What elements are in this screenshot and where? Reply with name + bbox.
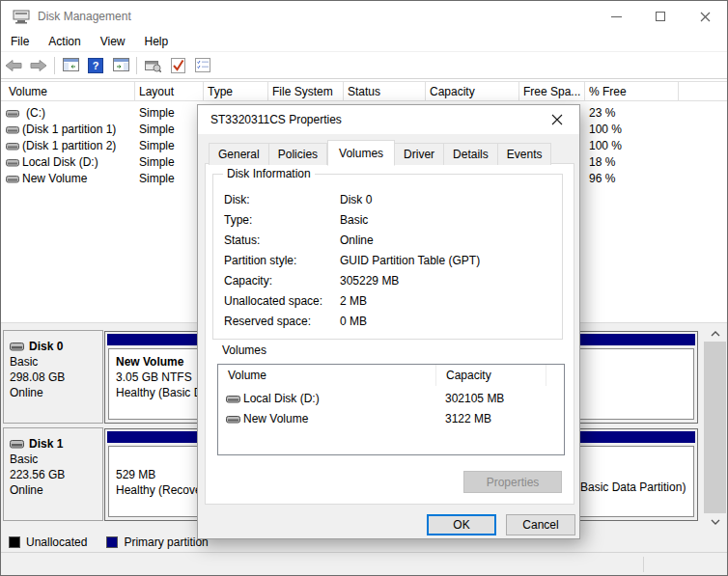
disk0-panel[interactable]: Disk 0 Basic 298.08 GB Online: [3, 330, 103, 424]
minimize-icon: [611, 16, 622, 17]
disk1-panel[interactable]: Disk 1 Basic 223.56 GB Online: [3, 427, 103, 521]
unallocated-swatch: [9, 536, 20, 548]
menu-action[interactable]: Action: [39, 33, 90, 50]
status-bar: [1, 552, 727, 576]
field-label: Disk:: [224, 192, 250, 207]
column-volume[interactable]: Volume: [218, 365, 436, 386]
volume-name: (Disk 1 partition 1): [22, 122, 116, 138]
back-button[interactable]: [1, 54, 26, 77]
column-layout[interactable]: Layout: [135, 82, 204, 101]
help-icon: ?: [88, 58, 103, 73]
vertical-scrollbar[interactable]: [704, 325, 726, 530]
dialog-tabs: General Policies Volumes Driver Details …: [209, 143, 551, 165]
tab-details[interactable]: Details: [444, 143, 498, 165]
column-status[interactable]: Status: [344, 82, 426, 101]
dialog-close-button[interactable]: [539, 105, 575, 133]
properties-button: Properties: [463, 471, 562, 493]
partition-status-truncated: Basic Data Partition): [580, 480, 686, 495]
dialog-volume-row[interactable]: Local Disk (D:) 302105 MB: [218, 389, 564, 408]
tab-volumes[interactable]: Volumes: [327, 140, 395, 166]
column-type[interactable]: Type: [204, 82, 268, 101]
field-disk: Disk: Disk 0: [198, 192, 579, 207]
title-bar: Disk Management: [1, 1, 727, 32]
menu-bar: File Action View Help: [1, 32, 727, 52]
field-value: 0 MB: [340, 314, 367, 329]
properties-dialog: ST3320311CS Properties General Policies …: [197, 104, 580, 539]
tab-policies[interactable]: Policies: [269, 143, 327, 165]
properties-toolbar-button[interactable]: [190, 54, 215, 77]
tab-general[interactable]: General: [209, 143, 269, 165]
column-file-system[interactable]: File System: [268, 82, 344, 101]
disk-information-label: Disk Information: [223, 167, 315, 180]
maximize-icon: [656, 12, 665, 21]
scrollbar-thumb[interactable]: [704, 342, 726, 513]
scroll-down-button[interactable]: [704, 513, 726, 530]
maximize-button[interactable]: [638, 1, 683, 32]
toolbar-separator: [136, 57, 137, 74]
volume-layout: Simple: [139, 171, 175, 187]
popup-window-button[interactable]: [140, 54, 165, 77]
field-label: Reserved space:: [224, 314, 311, 329]
ok-button[interactable]: OK: [427, 514, 496, 535]
volume-pct-free: 100 %: [589, 138, 622, 154]
field-partition-style: Partition style: GUID Partition Table (G…: [198, 253, 579, 268]
disk-management-window: Disk Management File Action View Help: [0, 0, 728, 576]
chevron-down-icon: [711, 519, 720, 525]
dialog-volumes-list: Volume Capacity Local Disk (D:) 302105 M…: [217, 364, 565, 455]
legend-primary-label: Primary partition: [124, 535, 208, 549]
volume-name: (C:): [26, 105, 45, 122]
field-label: Unallocated space:: [224, 293, 322, 309]
volume-pct-free: 23 %: [589, 105, 615, 122]
disk-size: 223.56 GB: [10, 467, 102, 482]
drive-icon: [226, 396, 240, 403]
field-value: Basic: [340, 212, 368, 228]
column-pct-free[interactable]: % Free: [585, 82, 679, 101]
volume-layout: Simple: [139, 122, 175, 138]
check-disk-button[interactable]: [165, 54, 190, 77]
menu-file[interactable]: File: [1, 33, 39, 50]
close-icon: [551, 114, 563, 125]
cancel-button[interactable]: Cancel: [506, 514, 575, 535]
scroll-up-button[interactable]: [704, 325, 726, 342]
svg-text:?: ?: [93, 60, 99, 71]
field-unallocated-space: Unallocated space: 2 MB: [198, 293, 579, 309]
tab-events[interactable]: Events: [498, 143, 552, 165]
close-button[interactable]: [683, 1, 727, 32]
field-status: Status: Online: [198, 233, 579, 248]
disk-status: Online: [10, 482, 102, 498]
volume-pct-free: 96 %: [589, 171, 615, 187]
volume-name: Local Disk (D:): [22, 154, 98, 171]
volume-name: New Volume: [22, 171, 87, 187]
toolbar-separator: [54, 57, 55, 74]
show-console-tree-button[interactable]: [58, 54, 83, 77]
field-type: Type: Basic: [198, 212, 579, 228]
popup-window-icon: [145, 59, 161, 72]
forward-button[interactable]: [26, 54, 51, 77]
drive-icon: [6, 143, 19, 151]
field-label: Type:: [224, 212, 252, 228]
minimize-button[interactable]: [594, 1, 638, 32]
action-pane-icon: [113, 58, 129, 72]
dialog-title-bar: ST3320311CS Properties: [198, 105, 579, 134]
field-value: Disk 0: [340, 192, 372, 207]
drive-icon: [6, 159, 19, 167]
chevron-up-icon: [711, 331, 720, 337]
disk-icon: [10, 343, 24, 351]
column-free-space[interactable]: Free Spa...: [519, 82, 585, 101]
column-capacity[interactable]: Capacity: [426, 82, 519, 101]
column-capacity[interactable]: Capacity: [436, 365, 546, 386]
volume-layout: Simple: [139, 154, 175, 171]
volume-name: (Disk 1 partition 2): [22, 138, 116, 154]
legend-unallocated-label: Unallocated: [26, 535, 87, 549]
volume-list-header: Volume Layout Type File System Status Ca…: [1, 81, 728, 101]
show-action-pane-button[interactable]: [108, 54, 133, 77]
dialog-volume-row[interactable]: New Volume 3122 MB: [218, 409, 564, 428]
help-button[interactable]: ?: [83, 54, 108, 77]
status-bar-divider: [643, 557, 644, 572]
menu-view[interactable]: View: [91, 33, 135, 50]
menu-help[interactable]: Help: [135, 33, 179, 50]
field-capacity: Capacity: 305229 MB: [198, 273, 579, 288]
tab-driver[interactable]: Driver: [395, 143, 444, 165]
volume-layout: Simple: [139, 105, 175, 122]
column-volume[interactable]: Volume: [1, 82, 135, 101]
